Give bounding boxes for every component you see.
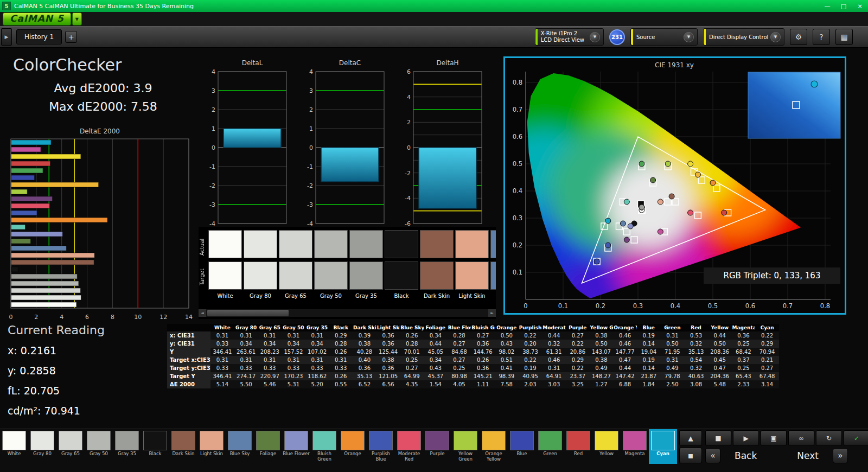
patch-red[interactable]: Red <box>564 429 592 464</box>
patch-white[interactable]: White <box>0 429 28 464</box>
patch-chip <box>87 431 111 450</box>
maximize-button[interactable]: □ <box>835 0 852 12</box>
cie-chart-panel[interactable]: CIE 1931 xy00.10.10.20.20.30.30.40.40.50… <box>503 56 846 315</box>
strip-scrollbar[interactable]: ◄ ► <box>199 309 496 317</box>
back-button[interactable]: Back <box>725 450 767 461</box>
chevron-down-icon[interactable]: ▼ <box>590 32 600 42</box>
transport-controls: ▲ ◼ ■ ▶ ▣ ∞ ↻ ✓ « Back Next » <box>679 430 868 464</box>
patch-bluish-green[interactable]: Bluish Green <box>310 429 339 464</box>
next-chevron-icon[interactable]: » <box>833 448 848 463</box>
logo-dropdown-button[interactable]: ▼ <box>72 12 82 25</box>
source-accent <box>631 29 633 45</box>
strip-label-dark-skin: Dark Skin <box>420 293 454 299</box>
svg-text:-3: -3 <box>307 201 313 208</box>
cie-zoom-inset <box>748 72 840 138</box>
deltae-bar-black <box>11 267 18 272</box>
patch-moderate-red[interactable]: Moderate Red <box>395 429 423 464</box>
strip-label-light-skin: Light Skin <box>455 293 489 299</box>
actual-patch-gray-65 <box>279 230 312 258</box>
meter-label: X-Rite i1Pro 2 LCD Direct View <box>541 30 584 44</box>
patch-yellow[interactable]: Yellow <box>592 429 621 464</box>
col-header-gray-65: Gray 65 <box>258 324 282 331</box>
loop-icon[interactable]: ↻ <box>816 430 842 446</box>
next-button[interactable]: Next <box>787 450 828 461</box>
cie-measured-yellow-green <box>665 161 671 167</box>
patch-foliage[interactable]: Foliage <box>254 429 282 464</box>
pattern-window-icon[interactable]: ◼ <box>679 448 702 463</box>
add-tab-button[interactable]: + <box>65 31 77 43</box>
pattern-icon[interactable]: ▣ <box>761 430 787 446</box>
col-header-purple: Purple <box>566 324 590 331</box>
patch-gray-65[interactable]: Gray 65 <box>56 429 85 464</box>
svg-text:2: 2 <box>34 314 38 321</box>
minimize-button[interactable]: — <box>819 0 835 12</box>
patch-gray-35[interactable]: Gray 35 <box>113 429 141 464</box>
stop-icon[interactable]: ■ <box>705 430 731 446</box>
patch-blue-sky[interactable]: Blue Sky <box>226 429 254 464</box>
scroll-right-icon[interactable]: ► <box>488 309 496 317</box>
svg-text:12: 12 <box>159 314 167 321</box>
patch-blue-flower[interactable]: Blue Flower <box>282 429 310 464</box>
patch-purplish-blue[interactable]: Purplish Blue <box>367 429 395 464</box>
svg-text:14: 14 <box>185 314 193 321</box>
svg-text:0: 0 <box>407 144 411 151</box>
patch-chip <box>369 431 393 450</box>
de-summary: Avg dE2000: 3.9 Max dE2000: 7.58 <box>0 79 206 116</box>
current-reading-title: Current Reading <box>8 323 105 337</box>
deltae-bar-gray-80 <box>11 295 81 300</box>
settings-button[interactable]: ⚙ <box>790 29 807 45</box>
svg-text:0.4: 0.4 <box>671 302 680 310</box>
tab-scroll-button[interactable]: ▶ <box>1 28 12 46</box>
help-button[interactable]: ? <box>813 29 830 45</box>
source-dropdown[interactable]: Source ▼ <box>630 28 698 46</box>
patch-orange[interactable]: Orange <box>339 429 367 464</box>
play-icon[interactable]: ▶ <box>733 430 759 446</box>
tab-history-1[interactable]: History 1 <box>16 29 62 44</box>
patch-light-skin[interactable]: Light Skin <box>197 429 226 464</box>
accept-icon[interactable]: ✓ <box>844 430 868 446</box>
col-header-gray-80: Gray 80 <box>234 324 258 331</box>
patch-magenta[interactable]: Magenta <box>621 429 649 464</box>
patch-blue[interactable]: Blue <box>508 429 536 464</box>
display-control-dropdown[interactable]: Direct Display Control ▼ <box>703 28 784 46</box>
reading-y: y: 0.2858 <box>8 365 105 377</box>
patch-orange-yellow[interactable]: Orange Yellow <box>480 429 508 464</box>
back-chevron-icon[interactable]: « <box>705 448 720 463</box>
chevron-down-icon[interactable]: ▼ <box>684 32 694 42</box>
scrollbar-track[interactable] <box>206 309 488 317</box>
svg-text:-1: -1 <box>209 163 215 170</box>
cie-measured-purple <box>624 237 629 243</box>
continuous-icon[interactable]: ∞ <box>788 430 814 446</box>
chevron-down-icon[interactable]: ▼ <box>770 32 781 42</box>
svg-text:2: 2 <box>309 106 313 113</box>
deltae-bar-orange-yellow <box>11 182 99 187</box>
deltal-chart: DeltaL-4-3-2-101234 <box>206 59 289 237</box>
patch-purple[interactable]: Purple <box>423 429 451 464</box>
scrollbar-thumb[interactable] <box>207 310 289 316</box>
logo-bar: CalMAN 5 ▼ <box>0 12 868 26</box>
bottom-bar: WhiteGray 80Gray 65Gray 50Gray 35BlackDa… <box>0 429 868 472</box>
patch-cyan[interactable]: Cyan <box>649 429 677 464</box>
col-header-cyan: Cyan <box>755 324 779 331</box>
cie-measured-red <box>722 210 727 215</box>
meter-count-badge: 231 <box>609 29 625 45</box>
meter-dropdown[interactable]: X-Rite i1Pro 2 LCD Direct View ▼ <box>535 28 604 46</box>
col-header-green: Green <box>661 324 685 331</box>
patch-dark-skin[interactable]: Dark Skin <box>169 429 197 464</box>
patch-black[interactable]: Black <box>141 429 169 464</box>
scroll-left-icon[interactable]: ◄ <box>199 309 206 317</box>
current-reading: Current Reading x: 0.2161 y: 0.2858 fL: … <box>8 323 105 425</box>
patch-label: Green <box>537 451 564 457</box>
patch-yellow-green[interactable]: Yellow Green <box>451 429 480 464</box>
patch-gray-80[interactable]: Gray 80 <box>28 429 56 464</box>
col-header-purplish-blue: Purplish Blue <box>519 324 542 331</box>
patch-chip <box>143 431 167 450</box>
window-title: CalMAN 5 CalMAN Ultimate for Business 35… <box>14 3 194 10</box>
layout-button[interactable]: ▦ <box>835 29 853 45</box>
close-button[interactable]: × <box>852 0 868 12</box>
svg-text:0.3: 0.3 <box>633 302 643 310</box>
eject-icon[interactable]: ▲ <box>679 430 702 446</box>
patch-gray-50[interactable]: Gray 50 <box>85 429 113 464</box>
patch-label: Black <box>142 451 169 457</box>
patch-green[interactable]: Green <box>536 429 564 464</box>
